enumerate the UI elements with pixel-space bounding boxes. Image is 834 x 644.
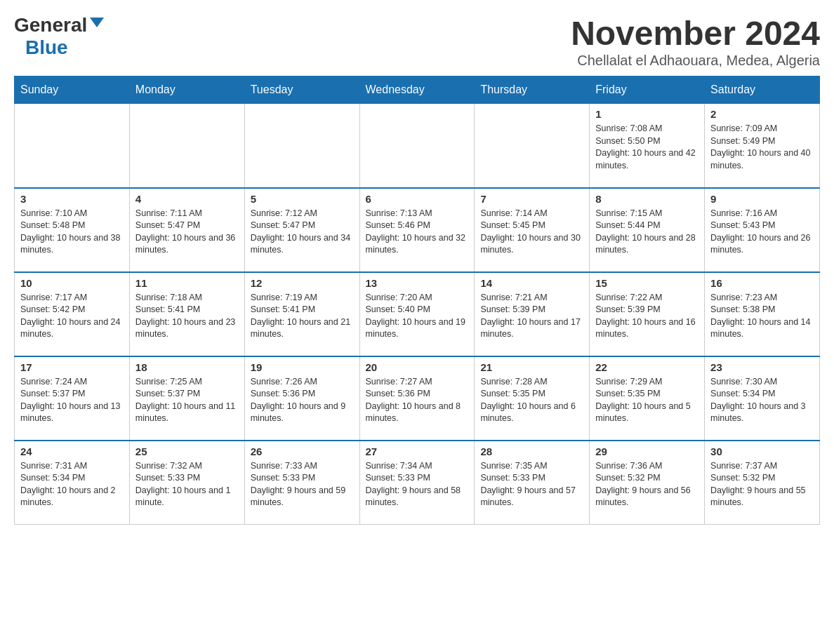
calendar-day-cell: 26Sunrise: 7:33 AM Sunset: 5:33 PM Dayli… [244, 441, 359, 525]
calendar-day-cell: 15Sunrise: 7:22 AM Sunset: 5:39 PM Dayli… [590, 272, 705, 356]
page-header: General Blue November 2024 Chellalat el … [14, 14, 820, 69]
day-info: Sunrise: 7:16 AM Sunset: 5:43 PM Dayligh… [710, 208, 814, 257]
calendar-day-cell: 16Sunrise: 7:23 AM Sunset: 5:38 PM Dayli… [705, 272, 820, 356]
day-info: Sunrise: 7:20 AM Sunset: 5:40 PM Dayligh… [366, 292, 469, 341]
calendar-day-cell: 14Sunrise: 7:21 AM Sunset: 5:39 PM Dayli… [475, 272, 590, 356]
day-number: 7 [480, 193, 583, 205]
calendar-header-sunday: Sunday [15, 76, 130, 104]
day-info: Sunrise: 7:11 AM Sunset: 5:47 PM Dayligh… [135, 208, 239, 257]
day-info: Sunrise: 7:26 AM Sunset: 5:36 PM Dayligh… [251, 376, 354, 425]
day-info: Sunrise: 7:28 AM Sunset: 5:35 PM Dayligh… [480, 376, 583, 425]
calendar-week-row: 10Sunrise: 7:17 AM Sunset: 5:42 PM Dayli… [15, 272, 820, 356]
day-number: 3 [20, 193, 124, 205]
month-title: November 2024 [571, 14, 820, 53]
logo-triangle-icon [90, 18, 104, 27]
title-section: November 2024 Chellalat el Adhaouara, Me… [571, 14, 820, 69]
day-number: 30 [710, 445, 814, 457]
day-info: Sunrise: 7:31 AM Sunset: 5:34 PM Dayligh… [20, 460, 124, 509]
calendar-header-row: SundayMondayTuesdayWednesdayThursdayFrid… [15, 76, 820, 104]
day-info: Sunrise: 7:37 AM Sunset: 5:32 PM Dayligh… [710, 460, 814, 509]
calendar-day-cell [244, 104, 359, 188]
day-number: 20 [366, 361, 469, 373]
calendar-week-row: 17Sunrise: 7:24 AM Sunset: 5:37 PM Dayli… [15, 356, 820, 441]
calendar-day-cell: 22Sunrise: 7:29 AM Sunset: 5:35 PM Dayli… [590, 356, 705, 441]
calendar-day-cell: 12Sunrise: 7:19 AM Sunset: 5:41 PM Dayli… [244, 272, 359, 356]
day-number: 11 [135, 277, 239, 289]
day-number: 26 [251, 445, 354, 457]
day-number: 13 [366, 277, 469, 289]
day-info: Sunrise: 7:14 AM Sunset: 5:45 PM Dayligh… [480, 208, 583, 257]
calendar-day-cell: 24Sunrise: 7:31 AM Sunset: 5:34 PM Dayli… [15, 441, 130, 525]
day-info: Sunrise: 7:35 AM Sunset: 5:33 PM Dayligh… [480, 460, 583, 509]
day-info: Sunrise: 7:19 AM Sunset: 5:41 PM Dayligh… [251, 292, 354, 341]
day-number: 23 [710, 361, 814, 373]
day-info: Sunrise: 7:17 AM Sunset: 5:42 PM Dayligh… [20, 292, 124, 341]
calendar-header-saturday: Saturday [705, 76, 820, 104]
calendar-day-cell: 8Sunrise: 7:15 AM Sunset: 5:44 PM Daylig… [590, 188, 705, 272]
day-info: Sunrise: 7:23 AM Sunset: 5:38 PM Dayligh… [710, 292, 814, 341]
day-info: Sunrise: 7:34 AM Sunset: 5:33 PM Dayligh… [366, 460, 469, 509]
day-number: 24 [20, 445, 124, 457]
calendar-day-cell: 20Sunrise: 7:27 AM Sunset: 5:36 PM Dayli… [359, 356, 475, 441]
day-number: 6 [366, 193, 469, 205]
calendar-day-cell: 25Sunrise: 7:32 AM Sunset: 5:33 PM Dayli… [129, 441, 244, 525]
calendar-day-cell: 19Sunrise: 7:26 AM Sunset: 5:36 PM Dayli… [244, 356, 359, 441]
calendar-week-row: 1Sunrise: 7:08 AM Sunset: 5:50 PM Daylig… [15, 104, 820, 188]
calendar-day-cell [475, 104, 590, 188]
day-number: 17 [20, 361, 124, 373]
calendar-day-cell: 23Sunrise: 7:30 AM Sunset: 5:34 PM Dayli… [705, 356, 820, 441]
day-number: 4 [135, 193, 239, 205]
day-info: Sunrise: 7:22 AM Sunset: 5:39 PM Dayligh… [595, 292, 699, 341]
calendar-day-cell: 1Sunrise: 7:08 AM Sunset: 5:50 PM Daylig… [590, 104, 705, 188]
logo-blue-text: Blue [25, 36, 68, 58]
calendar-day-cell [129, 104, 244, 188]
calendar-day-cell: 27Sunrise: 7:34 AM Sunset: 5:33 PM Dayli… [359, 441, 475, 525]
logo-general-text: General [14, 14, 87, 36]
day-info: Sunrise: 7:21 AM Sunset: 5:39 PM Dayligh… [480, 292, 583, 341]
calendar-day-cell: 28Sunrise: 7:35 AM Sunset: 5:33 PM Dayli… [475, 441, 590, 525]
calendar-day-cell: 17Sunrise: 7:24 AM Sunset: 5:37 PM Dayli… [15, 356, 130, 441]
calendar-header-monday: Monday [129, 76, 244, 104]
calendar-day-cell: 4Sunrise: 7:11 AM Sunset: 5:47 PM Daylig… [129, 188, 244, 272]
day-number: 21 [480, 361, 583, 373]
day-number: 15 [595, 277, 699, 289]
calendar-day-cell: 11Sunrise: 7:18 AM Sunset: 5:41 PM Dayli… [129, 272, 244, 356]
day-number: 27 [366, 445, 469, 457]
calendar-day-cell: 18Sunrise: 7:25 AM Sunset: 5:37 PM Dayli… [129, 356, 244, 441]
day-info: Sunrise: 7:08 AM Sunset: 5:50 PM Dayligh… [595, 123, 699, 172]
logo: General Blue [14, 14, 104, 59]
calendar-day-cell: 21Sunrise: 7:28 AM Sunset: 5:35 PM Dayli… [475, 356, 590, 441]
day-number: 28 [480, 445, 583, 457]
day-number: 12 [251, 277, 354, 289]
day-info: Sunrise: 7:33 AM Sunset: 5:33 PM Dayligh… [251, 460, 354, 509]
day-number: 16 [710, 277, 814, 289]
day-info: Sunrise: 7:10 AM Sunset: 5:48 PM Dayligh… [20, 208, 124, 257]
day-info: Sunrise: 7:15 AM Sunset: 5:44 PM Dayligh… [595, 208, 699, 257]
day-info: Sunrise: 7:29 AM Sunset: 5:35 PM Dayligh… [595, 376, 699, 425]
day-number: 14 [480, 277, 583, 289]
calendar-week-row: 24Sunrise: 7:31 AM Sunset: 5:34 PM Dayli… [15, 441, 820, 525]
day-info: Sunrise: 7:24 AM Sunset: 5:37 PM Dayligh… [20, 376, 124, 425]
day-number: 5 [251, 193, 354, 205]
calendar-day-cell: 29Sunrise: 7:36 AM Sunset: 5:32 PM Dayli… [590, 441, 705, 525]
calendar-day-cell: 6Sunrise: 7:13 AM Sunset: 5:46 PM Daylig… [359, 188, 475, 272]
calendar-day-cell [15, 104, 130, 188]
day-info: Sunrise: 7:27 AM Sunset: 5:36 PM Dayligh… [366, 376, 469, 425]
calendar-header-wednesday: Wednesday [359, 76, 475, 104]
day-info: Sunrise: 7:13 AM Sunset: 5:46 PM Dayligh… [366, 208, 469, 257]
day-number: 25 [135, 445, 239, 457]
day-number: 8 [595, 193, 699, 205]
calendar-header-tuesday: Tuesday [244, 76, 359, 104]
calendar-table: SundayMondayTuesdayWednesdayThursdayFrid… [14, 76, 820, 525]
day-number: 2 [710, 108, 814, 120]
calendar-day-cell: 5Sunrise: 7:12 AM Sunset: 5:47 PM Daylig… [244, 188, 359, 272]
calendar-day-cell: 10Sunrise: 7:17 AM Sunset: 5:42 PM Dayli… [15, 272, 130, 356]
day-info: Sunrise: 7:25 AM Sunset: 5:37 PM Dayligh… [135, 376, 239, 425]
day-number: 19 [251, 361, 354, 373]
calendar-day-cell [359, 104, 475, 188]
day-number: 29 [595, 445, 699, 457]
calendar-day-cell: 9Sunrise: 7:16 AM Sunset: 5:43 PM Daylig… [705, 188, 820, 272]
calendar-day-cell: 7Sunrise: 7:14 AM Sunset: 5:45 PM Daylig… [475, 188, 590, 272]
day-info: Sunrise: 7:12 AM Sunset: 5:47 PM Dayligh… [251, 208, 354, 257]
day-info: Sunrise: 7:32 AM Sunset: 5:33 PM Dayligh… [135, 460, 239, 509]
